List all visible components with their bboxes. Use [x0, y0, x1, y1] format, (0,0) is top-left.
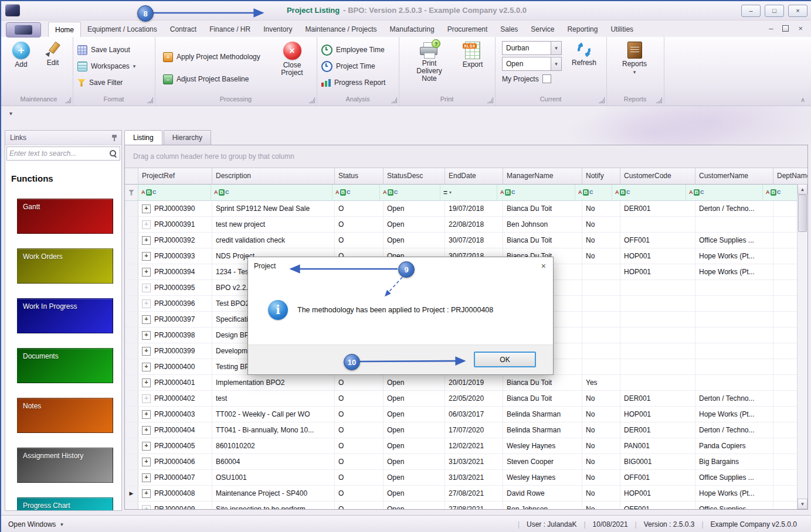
table-row[interactable]: +PRJ0000403TT002 - Weekly - Call per WOO… — [125, 407, 798, 422]
filter-cell-customercode[interactable]: ABC — [612, 185, 686, 201]
group-dialog-launcher-icon[interactable] — [599, 97, 605, 103]
mdi-minimize-icon[interactable]: – — [769, 25, 773, 32]
function-button-progress-chart[interactable]: Progress Chart — [17, 497, 113, 511]
table-row[interactable]: ▶+PRJ0000408Maintenance Project - SP400O… — [125, 486, 798, 502]
column-header-description[interactable]: Description — [212, 168, 335, 185]
table-row[interactable]: +PRJ0000402testOOpen22/05/2020Bianca Du … — [125, 391, 798, 407]
filter-cell-description[interactable]: ABC — [211, 185, 332, 201]
search-input[interactable] — [7, 149, 109, 158]
progress-report-button[interactable]: Progress Report — [321, 76, 385, 90]
chevron-down-icon[interactable]: ▾ — [551, 57, 561, 70]
expand-icon[interactable]: + — [142, 426, 151, 435]
vertical-scrollbar[interactable]: ▲ ▼ — [797, 184, 807, 509]
minimize-button[interactable]: – — [741, 5, 761, 17]
function-button-gantt[interactable]: Gantt — [17, 199, 113, 234]
group-by-panel[interactable]: Drag a column header here to group by th… — [125, 145, 807, 168]
function-button-notes[interactable]: Notes — [17, 398, 113, 433]
adjust-project-baseline-button[interactable]: ↔ Adjust Project Baseline — [163, 72, 249, 86]
column-header-status[interactable]: Status — [335, 168, 384, 185]
expand-icon[interactable]: + — [142, 505, 151, 510]
save-layout-button[interactable]: Save Layout — [77, 43, 130, 57]
ribbon-tab-sales[interactable]: Sales — [494, 22, 524, 37]
close-project-button[interactable]: × Close Project — [276, 42, 308, 77]
search-icon[interactable] — [109, 149, 117, 158]
column-header-statusdesc[interactable]: StatusDesc — [384, 168, 445, 185]
export-button[interactable]: XLSX Export — [457, 42, 488, 69]
filter-cell-enddate[interactable]: =▾ — [440, 185, 497, 201]
filter-cell-statusdesc[interactable]: ABC — [380, 185, 440, 201]
maximize-button[interactable]: □ — [765, 5, 784, 17]
save-filter-button[interactable]: Save Filter — [77, 76, 123, 90]
expand-icon[interactable]: + — [142, 220, 151, 229]
open-windows-button[interactable]: Open Windows ▼ — [1, 520, 64, 528]
quick-filter-caret-icon[interactable]: ▾ — [9, 110, 12, 117]
table-row[interactable]: +PRJ00004058601010202OOpen12/02/2021Wesl… — [125, 438, 798, 454]
workspaces-button[interactable]: Workspaces ▾ — [77, 59, 135, 73]
expand-icon[interactable]: + — [142, 394, 151, 403]
function-button-work-in-progress[interactable]: Work In Progress — [17, 298, 113, 333]
scrollbar-thumb[interactable] — [798, 195, 807, 232]
ribbon-tab-maintenance-projects[interactable]: Maintenance / Projects — [299, 22, 384, 37]
function-button-assignment-history[interactable]: Assignment History — [17, 448, 113, 483]
filter-cell-status[interactable]: ABC — [332, 185, 380, 201]
reports-button[interactable]: Reports ▾ — [616, 42, 653, 75]
ribbon-tab-contract[interactable]: Contract — [164, 22, 203, 37]
group-dialog-launcher-icon[interactable] — [65, 97, 71, 103]
my-projects-checkbox-row[interactable]: My Projects — [502, 74, 551, 83]
expand-icon[interactable]: + — [142, 363, 151, 371]
column-header-customername[interactable]: CustomerName — [695, 168, 773, 185]
expand-icon[interactable]: + — [142, 489, 151, 498]
expand-icon[interactable]: + — [142, 442, 151, 451]
column-header-projectref[interactable]: ProjectRef — [138, 168, 212, 185]
group-dialog-launcher-icon[interactable] — [391, 97, 397, 103]
close-button[interactable]: × — [788, 5, 807, 17]
pin-icon[interactable] — [111, 134, 118, 142]
filter-cell-projectref[interactable]: ABC — [138, 185, 211, 201]
column-header-deptname[interactable]: DeptName — [773, 168, 808, 185]
ribbon-tab-home[interactable]: Home — [48, 22, 81, 37]
expand-icon[interactable]: + — [142, 252, 151, 261]
table-row[interactable]: +PRJ0000392credit validation checkOOpen3… — [125, 233, 798, 248]
expand-icon[interactable]: + — [142, 331, 151, 340]
column-header-managername[interactable]: ManagerName — [503, 168, 582, 185]
table-row[interactable]: +PRJ0000406B60004OOpen31/03/2021Steven C… — [125, 454, 798, 470]
ribbon-tab-finance-hr[interactable]: Finance / HR — [203, 22, 257, 37]
collapse-ribbon-icon[interactable]: ∧ — [800, 96, 805, 104]
mdi-close-icon[interactable]: × — [798, 25, 803, 32]
table-row[interactable]: +PRJ0000407OSU1001OOpen31/03/2021Wesley … — [125, 470, 798, 486]
status-dropdown[interactable]: Open ▾ — [502, 57, 562, 71]
ribbon-tab-procurement[interactable]: Procurement — [441, 22, 494, 37]
expand-icon[interactable]: + — [142, 284, 151, 292]
add-button[interactable]: + Add — [7, 42, 35, 69]
table-row[interactable]: +PRJ0000404TT041 - Bi-annually, Mono 10.… — [125, 422, 798, 438]
ribbon-tab-reporting[interactable]: Reporting — [561, 22, 604, 37]
ribbon-tab-equipment-locations[interactable]: Equipment / Locations — [81, 22, 164, 37]
employee-time-button[interactable]: Employee Time — [321, 43, 385, 57]
refresh-button[interactable]: Refresh — [568, 42, 600, 67]
print-delivery-note-button[interactable]: ? PrintDelivery Note — [408, 42, 450, 83]
tab-hierarchy[interactable]: Hierarchy — [164, 130, 211, 145]
group-dialog-launcher-icon[interactable] — [147, 97, 153, 103]
project-time-button[interactable]: Project Time — [321, 59, 375, 73]
mdi-restore-icon[interactable] — [782, 25, 789, 32]
expand-icon[interactable]: + — [142, 299, 151, 308]
my-projects-checkbox[interactable] — [542, 74, 551, 83]
ribbon-tab-inventory[interactable]: Inventory — [257, 22, 298, 37]
column-header-enddate[interactable]: EndDate — [445, 168, 503, 185]
table-row[interactable]: +PRJ0000390Sprint SP1912 New Deal SaleOO… — [125, 201, 798, 217]
apply-project-methodology-button[interactable]: ≡ Apply Project Methodology — [163, 50, 260, 64]
expand-icon[interactable]: + — [142, 315, 151, 324]
expand-icon[interactable]: + — [142, 268, 151, 277]
tab-listing[interactable]: Listing — [124, 130, 162, 145]
branch-dropdown[interactable]: Durban ▾ — [502, 41, 562, 55]
expand-icon[interactable]: + — [142, 458, 151, 466]
application-button[interactable] — [6, 22, 41, 37]
expand-icon[interactable]: + — [142, 347, 151, 356]
scroll-up-button[interactable]: ▲ — [798, 184, 807, 195]
group-dialog-launcher-icon[interactable] — [309, 97, 315, 103]
expand-icon[interactable]: + — [142, 204, 151, 213]
ribbon-tab-utilities[interactable]: Utilities — [604, 22, 640, 37]
ribbon-tab-manufacturing[interactable]: Manufacturing — [384, 22, 441, 37]
filter-cell-notify[interactable]: ABC — [575, 185, 612, 201]
filter-cell-customername[interactable]: ABC — [686, 185, 763, 201]
